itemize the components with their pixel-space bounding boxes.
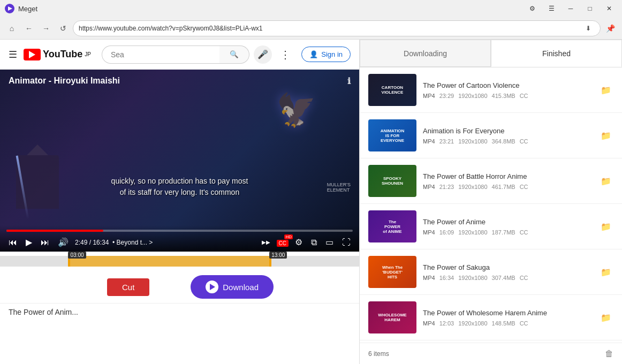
item-meta: MP4 16:34 1920x1080 307.4MB CC [423,275,592,281]
trim-start-marker: 03:00 [68,252,86,259]
youtube-play-icon [29,51,35,58]
size-tag: 364.8MB [492,138,515,145]
volume-button[interactable]: 🔊 [56,236,71,248]
home-button[interactable]: ⌂ [4,21,19,36]
action-row: Cut Download [0,271,359,303]
pin-button[interactable]: 📌 [603,21,618,36]
settings-gear-button[interactable]: ⚙ [293,236,305,248]
download-button[interactable]: Download [191,275,274,299]
open-folder-button[interactable]: 📁 [598,83,613,97]
user-circle-icon: 👤 [309,50,318,58]
download-item: ANIMATION IS FOR EVERYONE Animation is F… [360,113,622,158]
open-folder-button[interactable]: 📁 [598,174,613,188]
download-item: When The 'BUDGET' HITS The Power of Saku… [360,249,622,295]
autoplay-button[interactable]: ▶▶ [260,238,272,246]
more-options-icon[interactable]: ⋮ [280,48,291,61]
theater-button[interactable]: ▭ [323,236,336,248]
cc-tag: CC [520,229,528,236]
maximize-button[interactable]: □ [581,0,598,17]
download-item: SPOOKY SHOUNEN The Power of Battle Horro… [360,158,622,204]
minimize-button[interactable]: ─ [562,0,579,17]
tab-finished-label: Finished [542,49,571,58]
refresh-button[interactable]: ↺ [56,21,71,36]
window-controls: ⚙ ☰ ─ □ ✕ [524,0,618,17]
thumbnail-label: The POWER of ANIME [381,217,404,236]
item-actions: 📁 [598,128,613,143]
cc-tag: CC [520,93,528,99]
thumbnail: The POWER of ANIME [368,210,416,242]
cc-tag: CC [520,275,528,281]
video-subtitle: quickly, so no production has to pay mos… [111,176,248,198]
search-input[interactable] [102,46,219,64]
thumbnail-label: WHOLESOME HAREM [376,310,408,324]
progress-played [6,230,103,232]
download-play-icon [210,284,215,290]
trim-highlight [68,256,269,267]
format-tag: MP4 [423,184,435,190]
item-meta: MP4 23:29 1920x1080 415.3MB CC [423,93,592,99]
hamburger-menu-icon[interactable]: ☰ [9,49,17,60]
address-bar[interactable]: https://www.youtube.com/watch?v=pSkrywom… [73,20,601,36]
progress-bar[interactable] [6,230,353,232]
video-player[interactable]: 🦅 Animator - Hiroyuki Imaishi ℹ quickly,… [0,70,359,252]
tab-downloading[interactable]: Downloading [360,40,491,67]
miniplayer-button[interactable]: ⧉ [309,237,319,248]
cut-button[interactable]: Cut [107,278,149,296]
trim-end-marker: 13:00 [269,252,287,259]
settings-button[interactable]: ⚙ [524,0,541,17]
info-icon: ℹ [347,76,351,86]
search-button[interactable]: 🔍 [219,46,249,64]
thumbnail: SPOOKY SHOUNEN [368,165,416,197]
duration-tag: 23:29 [439,93,454,99]
format-tag: MP4 [423,93,435,99]
trim-section: 03:00 13:00 [0,252,359,271]
microphone-button[interactable]: 🎤 [254,46,272,64]
forward-button[interactable]: → [39,21,54,36]
item-info: Animation is For Everyone MP4 23:21 1920… [423,127,592,145]
format-tag: MP4 [423,138,435,145]
item-meta: MP4 12:03 1920x1080 148.5MB CC [423,320,592,327]
open-folder-button[interactable]: 📁 [598,310,613,325]
skip-back-button[interactable]: ⏮ [6,237,19,248]
tab-downloading-label: Downloading [404,49,447,58]
thumbnail: WHOLESOME HAREM [368,301,416,333]
format-tag: MP4 [423,320,435,327]
format-tag: MP4 [423,229,435,236]
sign-in-button[interactable]: 👤 Sign in [301,47,351,62]
close-button[interactable]: ✕ [601,0,618,17]
menu-button[interactable]: ☰ [543,0,560,17]
thumbnail-label: When The 'BUDGET' HITS [380,263,405,282]
page-below-text: The Power of Anim... [9,308,78,316]
duration-tag: 16:09 [439,229,454,236]
item-title: The Power of Battle Horror Anime [423,172,592,180]
play-pause-button[interactable]: ▶ [24,236,34,248]
tab-finished[interactable]: Finished [491,40,622,67]
sign-in-label: Sign in [321,50,343,58]
titlebar: Meget ⚙ ☰ ─ □ ✕ [0,0,622,17]
download-item: WHOLESOME HAREM The Power of Wholesome H… [360,295,622,340]
open-folder-button[interactable]: 📁 [598,128,613,143]
skip-forward-button[interactable]: ⏭ [39,237,51,248]
youtube-logo[interactable]: YouTube JP [24,49,91,60]
item-meta: MP4 21:23 1920x1080 461.7MB CC [423,184,592,190]
size-tag: 187.7MB [492,229,515,236]
item-actions: 📁 [598,219,613,234]
open-folder-button[interactable]: 📁 [598,219,613,234]
item-title: The Power of Anime [423,218,592,226]
trash-button[interactable]: 🗑 [605,349,613,359]
resolution-tag: 1920x1080 [458,275,487,281]
resolution-tag: 1920x1080 [458,184,487,190]
browser-toolbar: ⌂ ← → ↺ https://www.youtube.com/watch?v=… [0,17,622,40]
thumbnail-label: CARTOON VIOLENCE [380,83,406,97]
size-tag: 415.3MB [492,93,515,99]
item-info: The Power of Battle Horror Anime MP4 21:… [423,172,592,190]
youtube-header: ☰ YouTube JP 🔍 🎤 ⋮ 👤 Sign in [0,40,359,70]
back-button[interactable]: ← [21,21,36,36]
open-folder-button[interactable]: 📁 [598,265,613,279]
fullscreen-button[interactable]: ⛶ [340,237,353,248]
thumbnail: When The 'BUDGET' HITS [368,256,416,288]
app-icon [4,3,15,14]
duration-tag: 23:21 [439,138,454,145]
app-title: Meget [18,5,524,13]
trim-bar[interactable]: 03:00 13:00 [0,256,359,267]
